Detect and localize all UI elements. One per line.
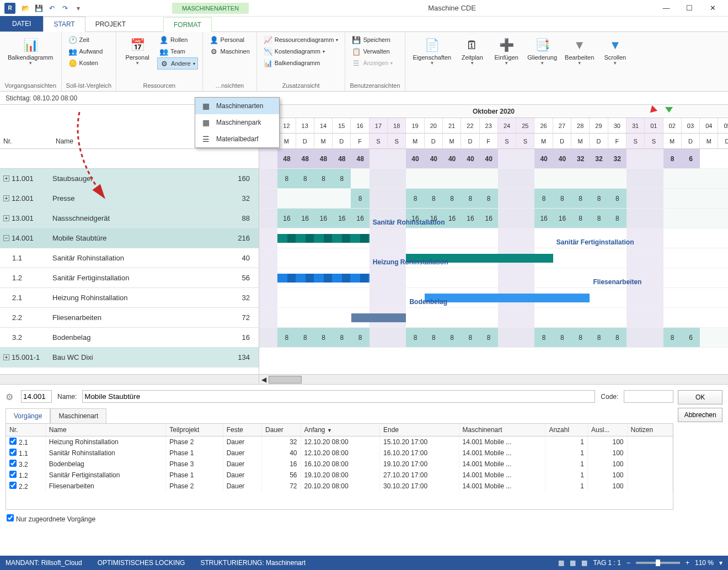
gantt-row[interactable]: Sanitär Fertiginstallation <box>259 248 728 268</box>
day-header[interactable]: 13 <box>296 118 314 134</box>
day-header[interactable]: 17 <box>370 118 388 134</box>
details-col-header[interactable]: Feste <box>223 424 261 436</box>
day-header[interactable]: 14 <box>314 118 333 134</box>
andere-button[interactable]: ⚙Andere ▾ <box>157 57 197 70</box>
zeit-button[interactable]: 🕐Zeit <box>66 34 105 45</box>
table-row[interactable]: 1.2Sanitär Fertiginstallation56 <box>0 268 259 288</box>
maschinen-button[interactable]: ⚙Maschinen <box>207 46 252 57</box>
verwalten-button[interactable]: 📋Verwalten <box>350 46 395 57</box>
qat-open-icon[interactable]: 📂 <box>20 3 31 14</box>
col-nr[interactable]: Nr. <box>0 134 52 148</box>
anzeigen-button[interactable]: ☰Anzeigen ▾ <box>350 57 395 68</box>
table-row[interactable]: 3.2Bodenbelag16 <box>0 328 259 348</box>
bearbeiten-button[interactable]: ▼Bearbeiten▼ <box>561 34 597 68</box>
day-header[interactable]: 23 <box>480 118 498 134</box>
settings-icon[interactable]: ⚙ <box>6 392 15 402</box>
day-header[interactable]: 05 <box>718 118 728 134</box>
gantt-bar[interactable] <box>351 313 406 322</box>
menu-maschinenpark[interactable]: ▦Maschinenpark <box>195 114 279 131</box>
qat-customize-icon[interactable]: ▾ <box>73 3 84 14</box>
gliederung-button[interactable]: 📑Gliederung▼ <box>524 34 560 68</box>
qat-undo-icon[interactable]: ↶ <box>46 3 57 14</box>
details-col-header[interactable]: Ende <box>380 424 459 436</box>
expand-toggle[interactable]: + <box>3 195 9 201</box>
maximize-button[interactable]: ☐ <box>678 2 700 15</box>
balkendiagramm-button[interactable]: 📊 Balkendiagramm ▼ <box>4 34 57 68</box>
table-row[interactable]: 1.1Sanitär Rohinstallation40 <box>0 248 259 268</box>
tab-datei[interactable]: DATEI <box>0 16 43 31</box>
gantt-row[interactable]: Sanitär Rohinstallation <box>259 228 728 248</box>
expand-toggle[interactable]: + <box>3 354 9 360</box>
day-header[interactable]: 03 <box>682 118 700 134</box>
personal-button[interactable]: 📅 Personal ▼ <box>121 34 154 68</box>
tab-maschinenart[interactable]: Maschinenart <box>50 408 106 423</box>
details-row[interactable]: 1.2 Sanitär FertiginstallationPhase 1Dau… <box>6 470 673 481</box>
details-id-input[interactable] <box>21 390 52 403</box>
gantt-body[interactable]: 4848484848404040404040403232328688888888… <box>259 149 728 348</box>
minimize-button[interactable]: — <box>655 2 677 15</box>
table-row[interactable]: 2.2Fliesenarbeiten72 <box>0 308 259 328</box>
details-col-header[interactable]: Notizen <box>627 424 673 436</box>
gantt-row[interactable]: Fliesenarbeiten <box>259 288 728 308</box>
tab-projekt[interactable]: PROJEKT <box>85 17 136 31</box>
day-header[interactable]: 27 <box>553 118 571 134</box>
day-header[interactable]: 20 <box>425 118 443 134</box>
gantt-row[interactable]: Heizung Rohinstallation <box>259 268 728 288</box>
status-icon2[interactable]: ▦ <box>570 559 576 567</box>
table-row[interactable]: +12.001Presse32 <box>0 189 259 209</box>
status-icon1[interactable]: ▦ <box>558 559 564 567</box>
menu-materialbedarf[interactable]: ☰Materialbedarf <box>195 131 279 147</box>
scrollen-button[interactable]: ▼Scrollen▼ <box>598 34 631 68</box>
menu-maschinenarten[interactable]: ▦Maschinenarten <box>195 98 279 114</box>
einfuegen-button[interactable]: ➕Einfügen▼ <box>490 34 523 68</box>
gantt-row[interactable]: 161616161616161616161616888 <box>259 209 728 228</box>
day-header[interactable]: 26 <box>534 118 553 134</box>
day-header[interactable]: 22 <box>461 118 479 134</box>
gantt-row[interactable]: Bodenbelag <box>259 308 728 328</box>
table-row[interactable]: +13.001Nassschneidgerät88 <box>0 209 259 228</box>
tab-start[interactable]: START <box>43 17 85 32</box>
day-header[interactable]: 31 <box>627 118 645 134</box>
details-col-header[interactable]: Nr. <box>6 424 45 436</box>
day-header[interactable]: 29 <box>590 118 608 134</box>
details-col-header[interactable]: Anfang ▼ <box>301 424 380 436</box>
gantt-bar[interactable] <box>425 294 590 302</box>
row-checkbox[interactable] <box>9 460 17 467</box>
qat-save-icon[interactable]: 💾 <box>33 3 44 14</box>
ok-button[interactable]: OK <box>678 390 722 404</box>
details-name-input[interactable] <box>82 390 595 403</box>
details-col-header[interactable]: Anzahl <box>545 424 588 436</box>
details-row[interactable]: 2.2 FliesenarbeitenPhase 2Dauer 7220.10.… <box>6 481 673 492</box>
row-checkbox[interactable] <box>9 482 17 489</box>
day-header[interactable]: 12 <box>277 118 296 134</box>
gantt-panel[interactable]: Oktober 2020 111213141516171819202122232… <box>259 105 728 374</box>
expand-toggle[interactable]: − <box>3 235 9 241</box>
details-col-header[interactable]: Name <box>45 424 166 436</box>
gantt-row[interactable]: 8888 <box>259 169 728 189</box>
zoom-slider[interactable] <box>636 562 680 564</box>
tab-format[interactable]: FORMAT <box>163 17 212 32</box>
horizontal-scrollbar[interactable]: ◀ <box>0 374 728 384</box>
personal2-button[interactable]: 👤Personal <box>207 34 252 45</box>
day-header[interactable]: 28 <box>571 118 590 134</box>
day-header[interactable]: 24 <box>498 118 516 134</box>
details-row[interactable]: 1.1 Sanitär RohinstallationPhase 1Dauer … <box>6 448 673 459</box>
day-header[interactable]: 02 <box>663 118 682 134</box>
tab-vorgaenge[interactable]: Vorgänge <box>6 408 50 423</box>
expand-toggle[interactable]: + <box>3 215 9 221</box>
close-button[interactable]: ✕ <box>702 2 724 15</box>
table-row[interactable]: +11.001Staubsauger160 <box>0 169 259 189</box>
details-col-header[interactable]: Ausl... <box>588 424 627 436</box>
speichern-button[interactable]: 💾Speichern <box>350 34 395 45</box>
gantt-bar[interactable] <box>277 274 370 283</box>
zoom-in[interactable]: + <box>686 559 689 567</box>
col-name[interactable]: Name <box>52 134 215 148</box>
day-header[interactable]: 15 <box>333 118 351 134</box>
only-assigned-check[interactable]: Nur zugeordnete Vorgänge <box>6 510 673 528</box>
zoom-out[interactable]: − <box>627 559 630 567</box>
gantt-row[interactable]: 88888888888 <box>259 189 728 209</box>
expand-toggle[interactable]: + <box>3 175 9 182</box>
table-row[interactable]: 2.1Heizung Rohinstallation32 <box>0 288 259 308</box>
zoom-dropdown[interactable]: ▾ <box>719 559 722 567</box>
balkendiagramm2-button[interactable]: 📊Balkendiagramm <box>261 57 341 68</box>
